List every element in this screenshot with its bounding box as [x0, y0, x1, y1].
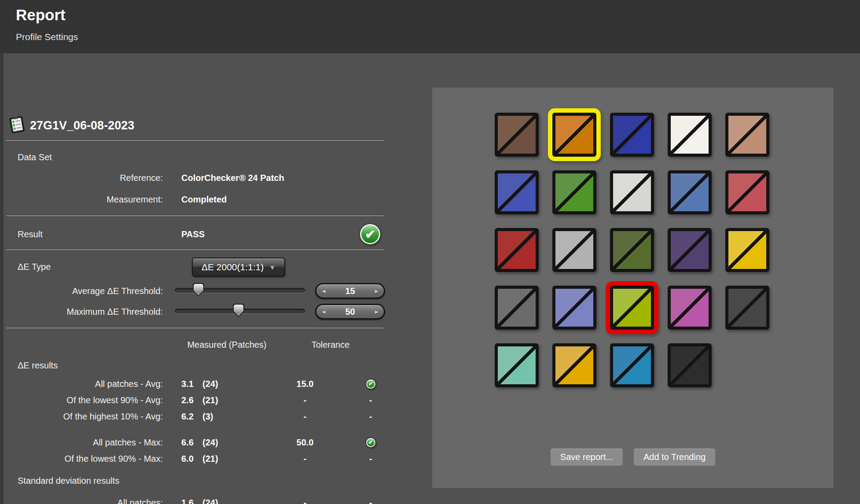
color-patch-white[interactable]	[668, 113, 712, 157]
stepper-right-arrow-icon[interactable]: ►	[374, 309, 379, 315]
color-patch-orange[interactable]	[552, 113, 596, 157]
pass-check-icon: ✔	[366, 379, 375, 389]
de-type-dropdown[interactable]: ΔE 2000(1:1:1) ▼	[192, 258, 285, 277]
result-pass-check-icon: ✔	[360, 224, 380, 244]
color-patch-gray[interactable]	[552, 228, 596, 272]
reference-value: ColorChecker® 24 Patch	[181, 173, 284, 183]
row-label: All patches - Max:	[4, 438, 163, 448]
row-count: (3)	[202, 412, 252, 422]
color-patch-green[interactable]	[552, 170, 596, 214]
row-status: -	[358, 498, 383, 504]
report-page: { "header": { "title": "Report", "subtit…	[0, 0, 860, 504]
row-count: (21)	[202, 454, 252, 464]
result-label: Result	[18, 229, 43, 239]
panel-buttons: Save report... Add to Trending	[432, 449, 834, 466]
color-patch-magenta[interactable]	[668, 286, 712, 330]
table-row: All patches: 1.6 (24) - -	[4, 497, 387, 504]
report-name: 27G1V_06-08-2023	[30, 119, 134, 132]
page-subtitle: Profile Settings	[16, 32, 78, 42]
color-patch-dark-gray[interactable]	[725, 286, 769, 330]
row-value: 3.1	[181, 379, 202, 389]
row-value: 6.2	[181, 412, 202, 422]
max-threshold-label: Maximum ΔE Threshold:	[4, 307, 163, 317]
avg-threshold-stepper[interactable]: ◄ 15 ►	[315, 283, 385, 299]
avg-threshold-slider[interactable]	[175, 288, 305, 293]
row-count: (24)	[202, 379, 252, 389]
max-threshold-stepper[interactable]: ◄ 50 ►	[315, 304, 385, 320]
color-patch-brown[interactable]	[495, 113, 539, 157]
sd-results-section-label: Standard deviation results	[18, 476, 119, 486]
row-value: 1.6	[181, 498, 202, 504]
color-patch-yellow[interactable]	[725, 228, 769, 272]
stepper-left-arrow-icon[interactable]: ◄	[321, 309, 327, 315]
row-status: ✔	[358, 438, 383, 447]
color-patch-mid-gray[interactable]	[495, 286, 539, 330]
avg-threshold-label: Average ΔE Threshold:	[4, 286, 163, 296]
chevron-down-icon: ▼	[269, 264, 276, 271]
de-results-section-label: ΔE results	[18, 361, 58, 371]
divider	[6, 140, 384, 141]
row-value: 2.6	[181, 395, 202, 405]
color-patch-tan[interactable]	[725, 113, 769, 157]
row-label: Of the lowest 90% - Max:	[4, 454, 163, 464]
divider	[6, 327, 384, 328]
divider	[6, 249, 384, 250]
row-label: Of the lowest 90% - Avg:	[4, 395, 163, 405]
color-patch-slate-blue[interactable]	[668, 170, 712, 214]
save-report-button[interactable]: Save report...	[551, 449, 623, 466]
table-row: Of the lowest 90% - Max: 6.0 (21) - -	[4, 453, 387, 464]
max-threshold-slider[interactable]	[175, 309, 305, 313]
avg-threshold-slider-thumb[interactable]	[193, 283, 204, 296]
max-threshold-slider-thumb[interactable]	[233, 304, 244, 317]
row-tolerance: 50.0	[252, 438, 358, 448]
color-checker-panel: Save report... Add to Trending	[432, 88, 834, 488]
pass-check-icon: ✔	[366, 438, 375, 447]
data-set-section-label: Data Set	[18, 152, 52, 162]
divider	[6, 215, 384, 216]
measurement-label: Measurement:	[4, 195, 163, 205]
row-count: (24)	[202, 438, 252, 448]
color-patch-dark-red[interactable]	[495, 228, 539, 272]
color-patch-periwinkle[interactable]	[552, 286, 596, 330]
stepper-right-arrow-icon[interactable]: ►	[374, 288, 379, 294]
row-label: All patches - Avg:	[4, 379, 163, 389]
color-patch-rose[interactable]	[725, 170, 769, 214]
row-tolerance: -	[252, 454, 358, 464]
row-count: (21)	[202, 395, 252, 405]
table-row: Of the lowest 90% - Avg: 2.6 (21) - -	[4, 394, 387, 406]
color-patch-light-gray[interactable]	[610, 170, 654, 214]
color-patch-blue[interactable]	[495, 170, 539, 214]
row-value: 6.0	[181, 454, 202, 464]
row-status: -	[358, 395, 383, 405]
table-row: All patches - Max: 6.6 (24) 50.0 ✔	[4, 437, 387, 448]
color-patch-black[interactable]	[668, 343, 712, 387]
clipboard-report-icon	[8, 114, 27, 137]
color-patch-olive-green[interactable]	[610, 228, 654, 272]
color-patch-amber[interactable]	[552, 343, 596, 387]
patch-grid	[495, 113, 769, 387]
measurement-value: Completed	[181, 195, 227, 205]
row-label: All patches:	[4, 498, 163, 504]
table-row: Of the highest 10% - Avg: 6.2 (3) - -	[4, 411, 387, 422]
row-tolerance: 15.0	[252, 379, 358, 389]
avg-threshold-value: 15	[345, 286, 355, 296]
measured-column-header: Measured (Patches)	[180, 340, 274, 350]
row-label: Of the highest 10% - Avg:	[4, 412, 163, 422]
report-title-row: 27G1V_06-08-2023	[10, 115, 134, 136]
color-patch-purple[interactable]	[668, 228, 712, 272]
row-tolerance: -	[252, 412, 358, 422]
row-count: (24)	[202, 498, 252, 504]
color-patch-cyan-blue[interactable]	[610, 343, 654, 387]
page-title: Report	[16, 6, 66, 24]
color-patch-teal[interactable]	[495, 343, 539, 387]
left-edge-strip	[0, 53, 4, 504]
de-type-label: ΔE Type	[18, 262, 51, 272]
row-tolerance: -	[252, 498, 358, 504]
tolerance-column-header: Tolerance	[273, 340, 388, 350]
de-type-selected: ΔE 2000(1:1:1)	[202, 262, 264, 272]
stepper-left-arrow-icon[interactable]: ◄	[321, 288, 327, 294]
add-to-trending-button[interactable]: Add to Trending	[634, 449, 715, 466]
color-patch-dark-blue[interactable]	[610, 113, 654, 157]
color-patch-yellow-green[interactable]	[610, 286, 654, 330]
app-header: Report Profile Settings	[0, 0, 860, 53]
